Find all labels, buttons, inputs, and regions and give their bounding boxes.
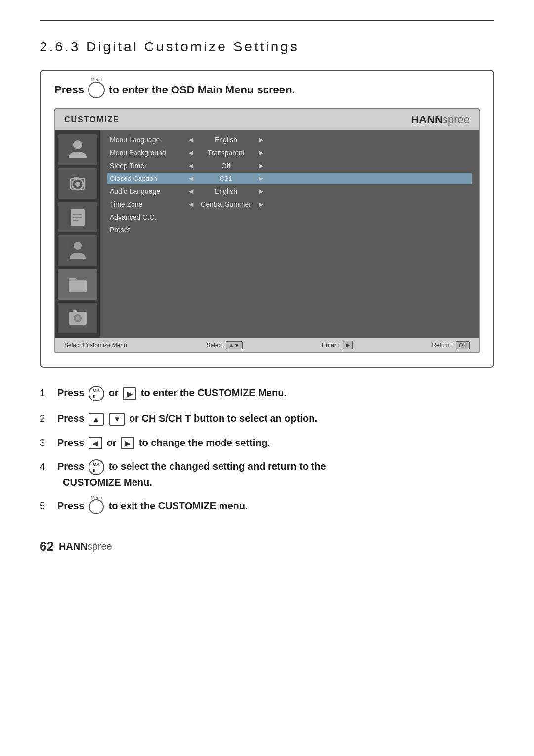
footer: 62 HANNspree: [40, 534, 494, 554]
step-3: 3 Press ◀ or ▶ to change the mode settin…: [40, 436, 494, 450]
footer-number: 62: [40, 539, 54, 554]
screen-body: Menu Language◀English▶Menu Background◀Tr…: [55, 130, 479, 338]
status-enter-section: Enter : ▶: [322, 341, 352, 349]
step-5-text: Press Menu to exit the CUSTOMIZE menu.: [57, 499, 248, 514]
menu-item-value-5: Central,Summer: [196, 200, 256, 208]
steps-container: 1 Press OKII or ▶ to enter the CUSTOMIZE…: [40, 386, 494, 514]
menu-row-2: Sleep Timer◀Off▶: [107, 160, 472, 172]
status-select-text: Select: [206, 342, 222, 349]
step-2-num: 2: [40, 411, 57, 425]
svg-rect-4: [74, 177, 79, 179]
menu-item-value-4: English: [196, 187, 256, 195]
menu-item-value-3: CS1: [196, 175, 256, 182]
step-3-text: Press ◀ or ▶ to change the mode setting.: [57, 436, 270, 450]
svg-point-0: [73, 140, 82, 149]
tv-screen: CUSTOMIZE HANNspree: [54, 108, 480, 353]
icon-item-5: [58, 269, 97, 300]
step-2-text: Press ▲ ▼ or CH S/CH T button to select …: [57, 411, 317, 426]
menu-item-name-0: Menu Language: [110, 136, 189, 144]
page-container: 2.6.3 Digital Customize Settings Press M…: [0, 0, 534, 756]
step-4-text: Press OKII to select the changed setting…: [57, 459, 326, 489]
menu-item-name-4: Audio Language: [110, 187, 189, 195]
menu-arrow-right-3: ▶: [259, 175, 263, 182]
footer-logo-hann: HANN: [59, 541, 88, 552]
osd-press-suffix: to enter the OSD Main Menu screen.: [109, 84, 295, 96]
top-rule: [40, 20, 494, 21]
menu-row-5: Time Zone◀Central,Summer▶: [107, 198, 472, 210]
step-1-num: 1: [40, 386, 57, 400]
menu-arrow-right-5: ▶: [259, 201, 263, 208]
logo-hann: HANN: [411, 113, 443, 126]
status-select-btn-section: Select ▲▼: [206, 341, 242, 349]
up-arrow-btn: ▲: [89, 413, 104, 426]
svg-point-9: [74, 242, 82, 250]
svg-point-12: [76, 316, 80, 320]
menu-arrow-left-0: ◀: [189, 136, 193, 143]
right-arrow-btn-3: ▶: [121, 437, 134, 449]
status-return-label: Return :: [432, 342, 453, 349]
step-5-num: 5: [40, 499, 57, 513]
icon-column: [55, 130, 100, 338]
svg-rect-13: [73, 310, 77, 312]
menu-sup-label-5: Menu: [91, 495, 102, 501]
menu-item-name-3: Closed Caption: [110, 175, 189, 182]
status-select-label: Select Customize Menu: [64, 342, 127, 349]
menu-item-name-1: Menu Background: [110, 149, 189, 157]
hannspree-logo: HANNspree: [411, 113, 470, 126]
customize-header: CUSTOMIZE HANNspree: [55, 109, 479, 130]
status-enter-label: Enter :: [322, 342, 339, 349]
menu-row-1: Menu Background◀Transparent▶: [107, 147, 472, 159]
status-return-section: Return : OK: [432, 341, 470, 349]
svg-point-2: [75, 182, 80, 187]
menu-arrow-right-2: ▶: [259, 162, 263, 169]
step-5: 5 Press Menu to exit the CUSTOMIZE menu.: [40, 499, 494, 514]
menu-button-icon: Menu: [88, 82, 105, 98]
icon-item-3: [58, 202, 97, 232]
menu-arrow-left-5: ◀: [189, 201, 193, 208]
menu-row-4: Audio Language◀English▶: [107, 185, 472, 197]
status-select-btn-box: ▲▼: [226, 341, 243, 349]
step-4-num: 4: [40, 459, 57, 473]
icon-item-6: [58, 303, 97, 333]
status-enter-btn-box: ▶: [343, 341, 353, 349]
menu-arrow-right-1: ▶: [259, 149, 263, 156]
status-select-section: Select Customize Menu: [64, 342, 127, 349]
footer-logo: HANNspree: [59, 541, 112, 552]
ok-button-icon-4: OKII: [89, 459, 104, 475]
menu-button-sup-label: Menu: [91, 77, 102, 82]
icon-item-4: [58, 235, 97, 266]
footer-logo-spree: spree: [88, 541, 112, 552]
ok-button-icon-1: OKII: [89, 386, 104, 401]
step-1: 1 Press OKII or ▶ to enter the CUSTOMIZE…: [40, 386, 494, 401]
icon-item-1: [58, 134, 97, 165]
menu-arrow-left-3: ◀: [189, 175, 193, 182]
menu-arrow-left-4: ◀: [189, 188, 193, 195]
right-arrow-btn-1: ▶: [123, 387, 136, 400]
customize-title: CUSTOMIZE: [64, 115, 120, 124]
menu-arrow-right-4: ▶: [259, 188, 263, 195]
menu-row-3: Closed Caption◀CS1▶: [107, 173, 472, 184]
menu-button-icon-5: Menu: [89, 499, 104, 514]
menu-row-0: Menu Language◀English▶: [107, 134, 472, 146]
menu-row-6: Advanced C.C.: [107, 211, 472, 223]
osd-instruction-box: Press Menu to enter the OSD Main Menu sc…: [40, 70, 494, 368]
left-arrow-btn: ◀: [89, 437, 102, 449]
menu-item-name-7: Preset: [110, 226, 189, 234]
osd-press-line: Press Menu to enter the OSD Main Menu sc…: [54, 82, 480, 98]
step-2: 2 Press ▲ ▼ or CH S/CH T button to selec…: [40, 411, 494, 426]
step-4: 4 Press OKII to select the changed setti…: [40, 459, 494, 489]
menu-column: Menu Language◀English▶Menu Background◀Tr…: [100, 130, 479, 338]
menu-item-name-5: Time Zone: [110, 200, 189, 208]
menu-item-name-6: Advanced C.C.: [110, 213, 189, 221]
step-1-text: Press OKII or ▶ to enter the CUSTOMIZE M…: [57, 386, 287, 401]
menu-item-value-0: English: [196, 136, 256, 144]
menu-item-value-2: Off: [196, 162, 256, 170]
icon-item-2: [58, 168, 97, 199]
screen-status-bar: Select Customize Menu Select ▲▼ Enter : …: [55, 338, 479, 352]
status-return-btn-box: OK: [456, 341, 470, 349]
menu-item-value-1: Transparent: [196, 149, 256, 157]
menu-item-name-2: Sleep Timer: [110, 162, 189, 170]
down-arrow-btn: ▼: [109, 413, 125, 426]
menu-arrow-left-2: ◀: [189, 162, 193, 169]
menu-rows-container: Menu Language◀English▶Menu Background◀Tr…: [107, 134, 472, 236]
